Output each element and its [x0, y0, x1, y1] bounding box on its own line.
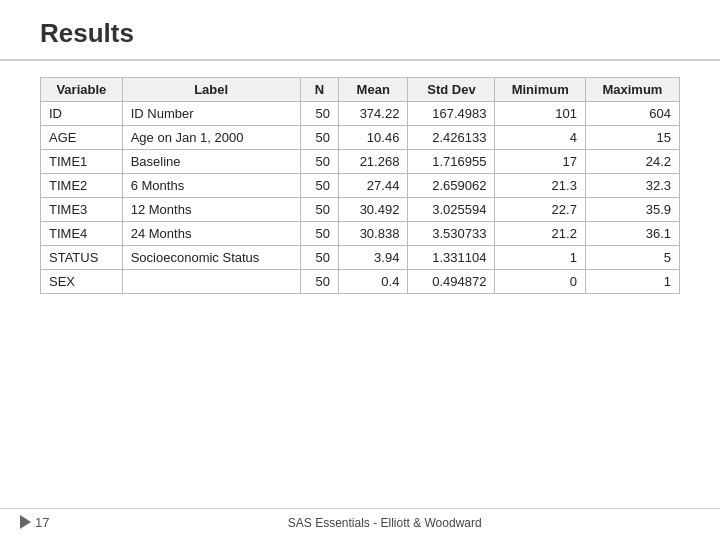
footer-credit: SAS Essentials - Elliott & Woodward [69, 510, 700, 530]
page-header: Results [0, 0, 720, 61]
cell-maximum: 32.3 [585, 174, 679, 198]
cell-minimum: 21.3 [495, 174, 585, 198]
cell-mean: 30.492 [339, 198, 408, 222]
cell-maximum: 36.1 [585, 222, 679, 246]
cell-variable: TIME4 [41, 222, 123, 246]
cell-mean: 27.44 [339, 174, 408, 198]
cell-mean: 10.46 [339, 126, 408, 150]
col-header-maximum: Maximum [585, 78, 679, 102]
cell-mean: 30.838 [339, 222, 408, 246]
cell-minimum: 17 [495, 150, 585, 174]
col-header-n: N [300, 78, 338, 102]
cell-variable: AGE [41, 126, 123, 150]
table-header-row: Variable Label N Mean Std Dev Minimum Ma… [41, 78, 680, 102]
cell-label: 24 Months [122, 222, 300, 246]
cell-stddev: 0.494872 [408, 270, 495, 294]
table-row: ID ID Number 50 374.22 167.4983 101 604 [41, 102, 680, 126]
col-header-stddev: Std Dev [408, 78, 495, 102]
cell-stddev: 1.331104 [408, 246, 495, 270]
col-header-minimum: Minimum [495, 78, 585, 102]
cell-label: Socioeconomic Status [122, 246, 300, 270]
cell-label: Age on Jan 1, 2000 [122, 126, 300, 150]
cell-variable: ID [41, 102, 123, 126]
cell-maximum: 15 [585, 126, 679, 150]
results-table: Variable Label N Mean Std Dev Minimum Ma… [40, 77, 680, 294]
cell-n: 50 [300, 270, 338, 294]
cell-variable: STATUS [41, 246, 123, 270]
cell-n: 50 [300, 198, 338, 222]
page: Results Variable Label N Mean Std Dev Mi… [0, 0, 720, 540]
table-row: STATUS Socioeconomic Status 50 3.94 1.33… [41, 246, 680, 270]
table-row: TIME1 Baseline 50 21.268 1.716955 17 24.… [41, 150, 680, 174]
cell-stddev: 3.530733 [408, 222, 495, 246]
table-row: TIME2 6 Months 50 27.44 2.659062 21.3 32… [41, 174, 680, 198]
cell-label: ID Number [122, 102, 300, 126]
cell-stddev: 2.659062 [408, 174, 495, 198]
table-row: TIME4 24 Months 50 30.838 3.530733 21.2 … [41, 222, 680, 246]
cell-stddev: 3.025594 [408, 198, 495, 222]
cell-n: 50 [300, 222, 338, 246]
cell-n: 50 [300, 126, 338, 150]
cell-stddev: 2.426133 [408, 126, 495, 150]
table-row: AGE Age on Jan 1, 2000 50 10.46 2.426133… [41, 126, 680, 150]
cell-minimum: 21.2 [495, 222, 585, 246]
cell-minimum: 1 [495, 246, 585, 270]
cell-stddev: 167.4983 [408, 102, 495, 126]
page-number: 17 [35, 509, 69, 530]
col-header-variable: Variable [41, 78, 123, 102]
cell-mean: 0.4 [339, 270, 408, 294]
cell-maximum: 1 [585, 270, 679, 294]
cell-minimum: 101 [495, 102, 585, 126]
cell-maximum: 5 [585, 246, 679, 270]
cell-variable: SEX [41, 270, 123, 294]
cell-variable: TIME1 [41, 150, 123, 174]
cell-minimum: 22.7 [495, 198, 585, 222]
cell-n: 50 [300, 246, 338, 270]
cell-minimum: 0 [495, 270, 585, 294]
table-row: TIME3 12 Months 50 30.492 3.025594 22.7 … [41, 198, 680, 222]
cell-label [122, 270, 300, 294]
cell-n: 50 [300, 102, 338, 126]
cell-n: 50 [300, 150, 338, 174]
cell-maximum: 604 [585, 102, 679, 126]
page-title: Results [40, 18, 680, 49]
cell-n: 50 [300, 174, 338, 198]
cell-maximum: 24.2 [585, 150, 679, 174]
cell-label: Baseline [122, 150, 300, 174]
table-row: SEX 50 0.4 0.494872 0 1 [41, 270, 680, 294]
col-header-mean: Mean [339, 78, 408, 102]
cell-variable: TIME3 [41, 198, 123, 222]
arrow-icon [20, 515, 31, 529]
cell-label: 12 Months [122, 198, 300, 222]
cell-stddev: 1.716955 [408, 150, 495, 174]
cell-mean: 3.94 [339, 246, 408, 270]
main-content: Variable Label N Mean Std Dev Minimum Ma… [0, 61, 720, 540]
cell-minimum: 4 [495, 126, 585, 150]
cell-label: 6 Months [122, 174, 300, 198]
cell-maximum: 35.9 [585, 198, 679, 222]
page-footer: 17 SAS Essentials - Elliott & Woodward [0, 508, 720, 530]
cell-mean: 21.268 [339, 150, 408, 174]
cell-mean: 374.22 [339, 102, 408, 126]
cell-variable: TIME2 [41, 174, 123, 198]
col-header-label: Label [122, 78, 300, 102]
